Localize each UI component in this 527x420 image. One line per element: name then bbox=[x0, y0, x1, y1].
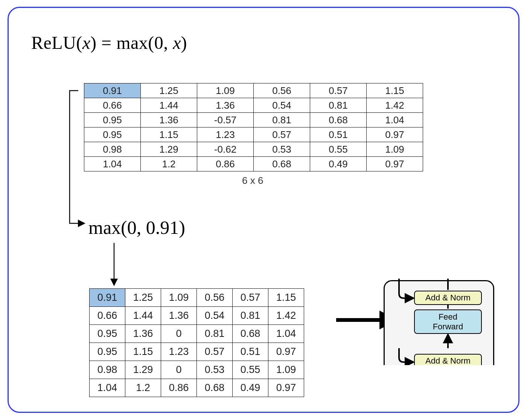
matrix-cell: 0.81 bbox=[233, 307, 268, 325]
matrix-cell: 1.2 bbox=[141, 157, 197, 171]
matrix-cell: 0.66 bbox=[90, 307, 125, 325]
output-matrix: 0.911.251.090.560.571.150.661.441.360.54… bbox=[89, 288, 304, 397]
matrix-cell: 0.49 bbox=[310, 157, 367, 171]
matrix-cell: 1.23 bbox=[197, 127, 254, 142]
matrix-cell: 0.97 bbox=[268, 379, 304, 397]
matrix-cell: 0.57 bbox=[254, 127, 310, 142]
matrix-cell: -0.57 bbox=[197, 113, 254, 127]
matrix-cell: 1.36 bbox=[141, 113, 197, 127]
matrix-cell: 0.86 bbox=[197, 157, 254, 171]
matrix-cell: 0.98 bbox=[84, 142, 141, 157]
matrix-cell: 1.42 bbox=[367, 98, 423, 113]
matrix-cell: 1.09 bbox=[268, 361, 304, 379]
matrix-cell: 0.95 bbox=[84, 113, 141, 127]
matrix-cell: 0.86 bbox=[161, 379, 197, 397]
matrix-cell: 0.49 bbox=[233, 379, 268, 397]
matrix-cell: 0.57 bbox=[233, 289, 268, 307]
mini-addnorm-bottom: Add & Norm bbox=[414, 354, 482, 365]
matrix-cell: 0.81 bbox=[310, 98, 367, 113]
matrix-cell: 1.25 bbox=[141, 83, 197, 98]
matrix-cell: 1.15 bbox=[141, 127, 197, 142]
matrix-cell: 1.36 bbox=[197, 98, 254, 113]
matrix-cell: 0.54 bbox=[254, 98, 310, 113]
matrix-cell: 1.15 bbox=[367, 83, 423, 98]
matrix-cell: 1.2 bbox=[125, 379, 161, 397]
matrix-cell: 0.97 bbox=[367, 127, 423, 142]
matrix-cell: 1.09 bbox=[367, 142, 423, 157]
matrix-cell: 0.55 bbox=[233, 361, 268, 379]
max-calculation: max(0, 0.91) bbox=[88, 217, 185, 238]
matrix-cell: 1.36 bbox=[125, 325, 161, 343]
matrix-cell: 0.97 bbox=[268, 343, 304, 361]
matrix-cell: 0.91 bbox=[90, 289, 125, 307]
matrix-cell: 1.29 bbox=[125, 361, 161, 379]
matrix-cell: 0.57 bbox=[310, 83, 367, 98]
matrix-cell: 1.04 bbox=[367, 113, 423, 127]
matrix-cell: 1.42 bbox=[268, 307, 304, 325]
matrix-cell: 0.51 bbox=[233, 343, 268, 361]
matrix-cell: 0.57 bbox=[197, 343, 233, 361]
matrix-cell: 0.81 bbox=[254, 113, 310, 127]
matrix-cell: 1.09 bbox=[161, 289, 197, 307]
diagram-frame: ReLU(x) = max(0, x) 0.911.251.090.560.57… bbox=[8, 7, 519, 413]
matrix-cell: 1.29 bbox=[141, 142, 197, 157]
matrix-cell: 1.44 bbox=[125, 307, 161, 325]
matrix-cell: 0.68 bbox=[197, 379, 233, 397]
matrix-cell: 1.09 bbox=[197, 83, 254, 98]
matrix-cell: 0.98 bbox=[90, 361, 125, 379]
matrix-cell: 0.91 bbox=[84, 83, 141, 98]
matrix-cell: 0.56 bbox=[197, 289, 233, 307]
relu-formula: ReLU(x) = max(0, x) bbox=[31, 32, 187, 53]
matrix-cell: 1.15 bbox=[268, 289, 304, 307]
input-matrix: 0.911.251.090.560.571.150.661.441.360.54… bbox=[84, 83, 423, 171]
matrix-cell: 0 bbox=[161, 361, 197, 379]
matrix-cell: 0.53 bbox=[254, 142, 310, 157]
matrix-cell: 0 bbox=[161, 325, 197, 343]
matrix-cell: 0.68 bbox=[310, 113, 367, 127]
matrix-cell: 1.23 bbox=[161, 343, 197, 361]
matrix-dimension-label: 6 x 6 bbox=[242, 175, 263, 186]
mini-addnorm-top: Add & Norm bbox=[414, 291, 482, 305]
matrix-cell: 1.04 bbox=[90, 379, 125, 397]
matrix-cell: 0.54 bbox=[197, 307, 233, 325]
matrix-cell: 0.56 bbox=[254, 83, 310, 98]
matrix-cell: 0.51 bbox=[310, 127, 367, 142]
matrix-cell: 0.68 bbox=[254, 157, 310, 171]
mini-feedforward: FeedForward bbox=[414, 309, 482, 334]
matrix-cell: 1.36 bbox=[161, 307, 197, 325]
matrix-cell: 0.66 bbox=[84, 98, 141, 113]
matrix-cell: 1.44 bbox=[141, 98, 197, 113]
matrix-cell: 1.15 bbox=[125, 343, 161, 361]
matrix-cell: 0.95 bbox=[84, 127, 141, 142]
matrix-cell: 0.55 bbox=[310, 142, 367, 157]
matrix-cell: 0.95 bbox=[90, 343, 125, 361]
matrix-cell: 0.95 bbox=[90, 325, 125, 343]
matrix-cell: 0.81 bbox=[197, 325, 233, 343]
matrix-cell: 0.68 bbox=[233, 325, 268, 343]
matrix-cell: 1.04 bbox=[268, 325, 304, 343]
matrix-cell: 1.25 bbox=[125, 289, 161, 307]
matrix-cell: 0.97 bbox=[367, 157, 423, 171]
matrix-cell: 1.04 bbox=[84, 157, 141, 171]
matrix-cell: 0.53 bbox=[197, 361, 233, 379]
transformer-mini-diagram: Add & Norm FeedForward Add & Norm bbox=[382, 279, 496, 365]
matrix-cell: -0.62 bbox=[197, 142, 254, 157]
